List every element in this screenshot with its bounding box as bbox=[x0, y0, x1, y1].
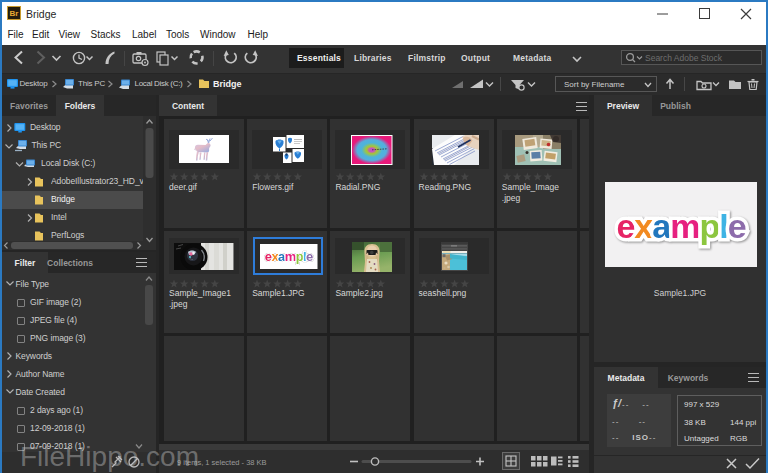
svg-text:example: example bbox=[265, 249, 313, 264]
svg-text:example: example bbox=[616, 207, 745, 245]
